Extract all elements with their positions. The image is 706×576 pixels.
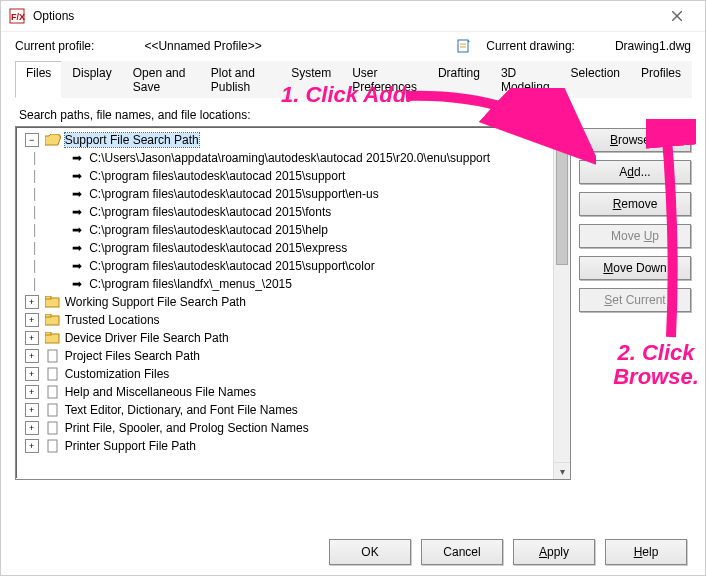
tree-node[interactable]: +Text Editor, Dictionary, and Font File … <box>18 401 568 419</box>
svg-rect-14 <box>45 332 51 335</box>
svg-marker-8 <box>45 134 61 145</box>
scroll-up-icon[interactable]: ▴ <box>554 127 570 144</box>
drawing-icon <box>456 38 472 54</box>
titlebar: F/X Options <box>1 1 705 32</box>
svg-rect-20 <box>48 440 57 452</box>
options-dialog: F/X Options Current profile: <<Unnamed P… <box>0 0 706 576</box>
tree-path[interactable]: │ ➡C:\program files\autodesk\autocad 201… <box>18 239 568 257</box>
current-profile-value: <<Unnamed Profile>> <box>144 39 261 53</box>
tree-node[interactable]: +Print File, Spooler, and Prolog Section… <box>18 419 568 437</box>
side-buttons: Browse... Add... Remove Move Up Move Dow… <box>579 126 691 480</box>
move-up-button[interactable]: Move Up <box>579 224 691 248</box>
tree-view[interactable]: − Support File Search Path │ ➡C:\Users\J… <box>15 126 571 480</box>
tab-3d-modeling[interactable]: 3D Modeling <box>490 61 561 98</box>
tab-files[interactable]: Files <box>15 61 62 98</box>
current-drawing-value: Drawing1.dwg <box>615 39 691 53</box>
collapse-icon[interactable]: − <box>25 133 39 147</box>
tree-path[interactable]: │ ➡C:\program files\autodesk\autocad 201… <box>18 257 568 275</box>
tab-profiles[interactable]: Profiles <box>630 61 692 98</box>
arrow-icon: ➡ <box>69 151 85 165</box>
tree-node[interactable]: +Device Driver File Search Path <box>18 329 568 347</box>
tree-node[interactable]: +Help and Miscellaneous File Names <box>18 383 568 401</box>
expand-icon[interactable]: + <box>25 421 39 435</box>
move-down-button[interactable]: Move Down <box>579 256 691 280</box>
tree-node-support[interactable]: − Support File Search Path <box>18 131 568 149</box>
svg-rect-10 <box>45 296 51 299</box>
scroll-thumb[interactable] <box>556 143 568 265</box>
tree-node[interactable]: +Trusted Locations <box>18 311 568 329</box>
folder-icon <box>45 331 61 345</box>
expand-icon[interactable]: + <box>25 367 39 381</box>
tab-plot-publish[interactable]: Plot and Publish <box>200 61 281 98</box>
arrow-icon: ➡ <box>69 277 85 291</box>
file-icon <box>45 421 61 435</box>
expand-icon[interactable]: + <box>25 349 39 363</box>
file-icon <box>45 385 61 399</box>
add-button[interactable]: Add... <box>579 160 691 184</box>
app-icon: F/X <box>9 8 25 24</box>
folder-open-icon <box>45 133 61 147</box>
arrow-icon: ➡ <box>69 259 85 273</box>
tree-node[interactable]: +Customization Files <box>18 365 568 383</box>
arrow-icon: ➡ <box>69 187 85 201</box>
file-icon <box>45 403 61 417</box>
arrow-icon: ➡ <box>69 205 85 219</box>
svg-rect-15 <box>48 350 57 362</box>
apply-button[interactable]: Apply <box>513 539 595 565</box>
file-icon <box>45 439 61 453</box>
svg-rect-19 <box>48 422 57 434</box>
tree-path[interactable]: │ ➡C:\program files\autodesk\autocad 201… <box>18 221 568 239</box>
file-icon <box>45 367 61 381</box>
expand-icon[interactable]: + <box>25 385 39 399</box>
tree-scrollbar[interactable]: ▴ ▾ <box>553 127 570 479</box>
tab-system[interactable]: System <box>280 61 342 98</box>
current-profile-label: Current profile: <box>15 39 94 53</box>
browse-button[interactable]: Browse... <box>579 128 691 152</box>
tree-path[interactable]: │ ➡C:\program files\autodesk\autocad 201… <box>18 185 568 203</box>
tree-path[interactable]: │ ➡C:\program files\landfx\_menus_\2015 <box>18 275 568 293</box>
expand-icon[interactable]: + <box>25 403 39 417</box>
tree-path[interactable]: │ ➡C:\program files\autodesk\autocad 201… <box>18 167 568 185</box>
tab-user-prefs[interactable]: User Preferences <box>341 61 428 98</box>
svg-text:F/X: F/X <box>11 12 25 22</box>
tree-path[interactable]: │ ➡C:\Users\Jason\appdata\roaming\autode… <box>18 149 568 167</box>
tab-drafting[interactable]: Drafting <box>427 61 491 98</box>
arrow-icon: ➡ <box>69 169 85 183</box>
expand-icon[interactable]: + <box>25 295 39 309</box>
tab-bar: Files Display Open and Save Plot and Pub… <box>15 60 691 98</box>
prompt-label: Search paths, file names, and file locat… <box>1 98 705 126</box>
set-current-button[interactable]: Set Current <box>579 288 691 312</box>
expand-icon[interactable]: + <box>25 313 39 327</box>
svg-rect-4 <box>458 40 468 52</box>
tab-display[interactable]: Display <box>61 61 122 98</box>
folder-icon <box>45 295 61 309</box>
svg-marker-5 <box>468 40 470 42</box>
scroll-down-icon[interactable]: ▾ <box>554 462 570 479</box>
tree-label: Support File Search Path <box>65 133 199 147</box>
tree-node[interactable]: +Project Files Search Path <box>18 347 568 365</box>
current-drawing-label: Current drawing: <box>486 39 575 53</box>
svg-rect-17 <box>48 386 57 398</box>
tab-selection[interactable]: Selection <box>560 61 631 98</box>
folder-icon <box>45 313 61 327</box>
expand-icon[interactable]: + <box>25 439 39 453</box>
tree-node[interactable]: +Printer Support File Path <box>18 437 568 455</box>
tree-path[interactable]: │ ➡C:\program files\autodesk\autocad 201… <box>18 203 568 221</box>
close-button[interactable] <box>657 2 697 30</box>
tree-node[interactable]: +Working Support File Search Path <box>18 293 568 311</box>
arrow-icon: ➡ <box>69 223 85 237</box>
svg-rect-16 <box>48 368 57 380</box>
expand-icon[interactable]: + <box>25 331 39 345</box>
svg-rect-12 <box>45 314 51 317</box>
file-icon <box>45 349 61 363</box>
arrow-icon: ➡ <box>69 241 85 255</box>
dialog-buttons: OK Cancel Apply Help <box>1 529 705 575</box>
help-button[interactable]: Help <box>605 539 687 565</box>
ok-button[interactable]: OK <box>329 539 411 565</box>
remove-button[interactable]: Remove <box>579 192 691 216</box>
window-title: Options <box>33 9 657 23</box>
profile-info: Current profile: <<Unnamed Profile>> Cur… <box>1 32 705 60</box>
tab-open-save[interactable]: Open and Save <box>122 61 201 98</box>
cancel-button[interactable]: Cancel <box>421 539 503 565</box>
svg-rect-18 <box>48 404 57 416</box>
